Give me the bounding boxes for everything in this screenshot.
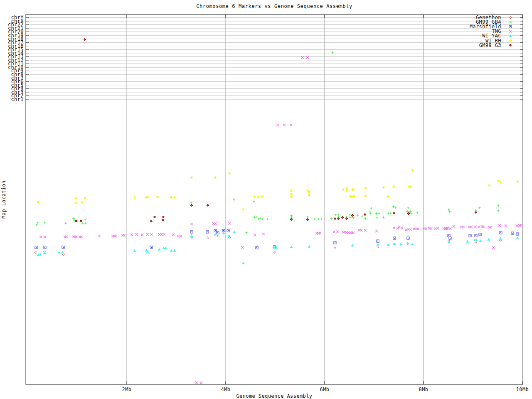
plus-glyph [253,200,255,203]
tng-point [200,382,202,384]
triangle-glyph [39,253,42,256]
triangle-glyph [516,237,519,239]
gm99_g3-point [190,204,193,207]
cross-glyph [75,236,78,238]
plus-glyph [375,212,378,215]
diamond-dot [500,241,501,241]
wi_yac-point [173,249,176,252]
plus-glyph [44,222,46,224]
tng-point [241,246,244,249]
square-dot [450,238,451,239]
cross-glyph [446,227,448,230]
diamond-dot [192,238,192,239]
tng-point [319,232,321,234]
gm99_gb4-point [320,218,323,220]
star-glyph [254,195,256,198]
cross-glyph [449,227,451,230]
tng-point [474,226,477,228]
plus-glyph [352,217,355,219]
cross-glyph [453,225,455,228]
marshfield-point [516,233,519,235]
wi_yac-point [411,243,414,245]
star-glyph [290,193,293,195]
genethon-point [191,237,193,239]
marshfield-point [377,240,379,242]
plus-glyph [190,202,193,204]
wi_yac-point [242,262,244,264]
tng-point [135,233,138,236]
cross-glyph [430,227,432,230]
cross-glyph [150,233,153,236]
tng-point [453,225,455,228]
plus-glyph [394,207,397,209]
plus-glyph [245,232,248,234]
x-tick-label: 4Mb [221,387,231,392]
cross-glyph [39,236,42,238]
gm99_gb4-point [331,52,334,54]
series-wi_rh [37,169,519,211]
wi_yac-point [214,233,217,236]
cross-glyph [398,226,400,229]
wi_rh-point [411,169,414,172]
cross-glyph [401,227,403,229]
triangle-glyph [479,239,482,242]
star-glyph [345,190,348,192]
marshfield-point [479,233,481,236]
star-glyph [214,176,217,179]
cross-glyph [319,232,321,234]
gm99_gb4-point [84,222,86,224]
legend-marker-tng [509,30,512,32]
wi_rh-point [290,195,293,198]
tng-point [262,233,265,235]
diamond-fill-dot [308,219,308,220]
cross-glyph [180,235,182,237]
triangle-glyph [233,231,236,233]
tng-point [336,231,339,233]
square-dot [44,247,45,248]
cross-glyph [276,124,279,126]
cross-glyph [520,224,522,227]
square-dot [448,235,449,236]
star-glyph [173,196,176,199]
wi_rh-point [254,195,256,198]
square-dot [36,247,37,248]
triangle-glyph [290,246,293,248]
wi_rh-point [308,191,310,193]
triangle-glyph [170,249,172,252]
tng-point [444,227,447,230]
square-dot [517,234,518,234]
star-glyph [345,187,348,190]
square-dot [151,247,152,248]
wi_rh-point [345,187,348,190]
diamond-fill-dot [163,220,163,220]
chart-title: Chromosome 6 Markers vs Genome Sequence … [196,3,352,9]
tng-point [462,226,465,228]
wi_yac-point [61,251,64,254]
tng-point [65,236,68,238]
diamond-fill-dot [163,217,164,217]
plus-glyph [35,224,38,226]
x-tick-label: 8Mb [419,387,429,392]
tng-point [446,227,449,229]
wi_rh-point [156,196,159,198]
cross-glyph [160,233,163,236]
cross-glyph [492,246,495,249]
marshfield-point [511,232,514,234]
gm99_g3-point [153,216,156,218]
wi_yac-point [499,237,502,240]
diamond-dot [476,242,476,242]
wi_yac-point [466,240,469,243]
star-glyph [261,195,263,198]
star-glyph [308,191,310,193]
plus-glyph [37,222,39,224]
gm99_gb4-point [84,219,86,221]
tng-point [401,227,403,229]
gm99_gb4-point [478,207,481,209]
genethon-point [273,251,276,254]
plus-glyph [331,52,334,54]
wi_rh-point [242,208,244,211]
cross-glyph [336,231,339,233]
square-dot [63,247,64,248]
gm99_gb4-point [81,222,84,224]
marshfield-point [393,237,396,239]
